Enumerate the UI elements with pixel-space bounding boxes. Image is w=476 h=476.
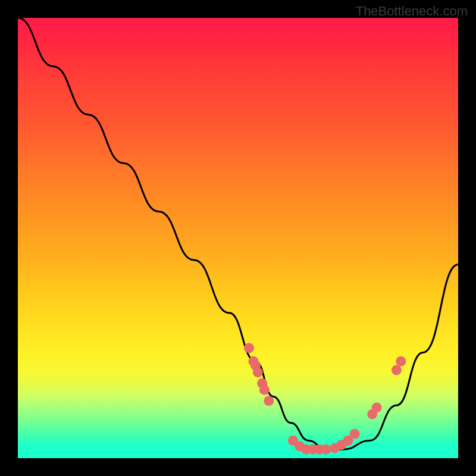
scatter-point [372,402,382,412]
chart-plot-area [18,18,458,458]
scatter-point [396,356,406,367]
scatter-point [350,429,360,439]
scatter-point [259,385,270,395]
scatter-point [392,365,402,375]
bottleneck-curve [18,18,458,449]
scatter-point [244,343,254,353]
chart-svg [18,18,458,458]
scatter-point [253,367,263,377]
scatter-point [321,444,331,455]
scatter-points [244,343,406,455]
attribution-text: TheBottleneck.com [356,4,468,19]
scatter-point [264,396,274,406]
